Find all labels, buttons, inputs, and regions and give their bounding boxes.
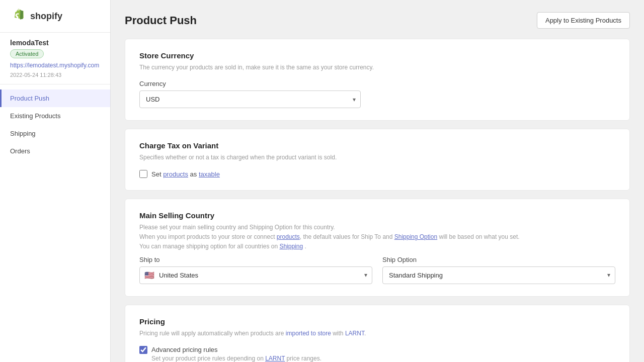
pricing-desc: Pricing rule will apply automatically wh…: [139, 329, 615, 338]
desc-line2-suf: will be based on what you set.: [437, 233, 519, 240]
nav-item-existing-products[interactable]: Existing Products: [0, 107, 110, 125]
main-selling-country-desc: Please set your main selling country and…: [139, 223, 615, 252]
advanced-pricing-label: Advanced pricing rules: [151, 346, 218, 353]
taxable-checkbox-label: Set products as taxable: [151, 170, 220, 178]
ship-option-field: Ship Option Standard Shipping Express Sh…: [382, 256, 615, 284]
pricing-title: Pricing: [139, 317, 615, 326]
app-name: shopify: [30, 11, 62, 22]
advanced-pricing-checkbox[interactable]: [139, 346, 147, 354]
ship-to-label: Ship to: [139, 256, 372, 263]
taxable-checkbox[interactable]: [139, 170, 147, 178]
currency-select-wrapper: USD EUR GBP CAD AUD ▾: [139, 90, 361, 108]
taxable-checkbox-row: Set products as taxable: [139, 170, 615, 178]
pricing-desc-suf: .: [364, 330, 366, 337]
account-name: lemodaTest: [10, 39, 100, 47]
ship-option-label: Ship Option: [382, 256, 615, 263]
page-header: Product Push Apply to Existing Products: [125, 12, 630, 29]
imported-link[interactable]: imported to store: [286, 330, 331, 337]
sidebar-nav: Product Push Existing Products Shipping …: [0, 84, 110, 165]
ship-fields: Ship to 🇺🇸 United States Canada United K…: [139, 256, 615, 284]
ship-option-select[interactable]: Standard Shipping Express Shipping Econo…: [382, 266, 615, 284]
main-selling-country-card: Main Selling Country Please set your mai…: [125, 199, 630, 297]
charge-tax-card: Charge Tax on Variant Specifies whether …: [125, 129, 630, 191]
activated-badge: Activated: [10, 49, 44, 58]
ship-to-field: Ship to 🇺🇸 United States Canada United K…: [139, 256, 372, 284]
advanced-pricing-row: Advanced pricing rules: [139, 346, 615, 354]
connect-products-link[interactable]: products: [277, 233, 300, 240]
nav-item-orders[interactable]: Orders: [0, 142, 110, 160]
charge-tax-desc: Specifies whether or not a tax is charge…: [139, 153, 615, 162]
pricing-desc-pre: Pricing rule will apply automatically wh…: [139, 330, 286, 337]
store-currency-card: Store Currency The currency your product…: [125, 39, 630, 121]
shipping-manage-link[interactable]: Shipping: [279, 243, 303, 250]
desc-line2-mid: , the default values for Ship To and: [300, 233, 394, 240]
charge-tax-title: Charge Tax on Variant: [139, 141, 615, 150]
shipping-option-link[interactable]: Shipping Option: [394, 233, 437, 240]
currency-select[interactable]: USD EUR GBP CAD AUD: [139, 90, 361, 108]
main-content: Product Push Apply to Existing Products …: [111, 0, 644, 362]
pricing-card: Pricing Pricing rule will apply automati…: [125, 305, 630, 362]
desc-line1: Please set your main selling country and…: [139, 224, 335, 231]
store-currency-desc: The currency your products are sold in, …: [139, 63, 615, 72]
desc-line3-suf: .: [303, 243, 306, 250]
pricing-desc-mid: with: [331, 330, 345, 337]
main-selling-country-title: Main Selling Country: [139, 211, 615, 220]
account-url-link[interactable]: https://lemodatest.myshopify.com: [10, 61, 100, 70]
taxable-link[interactable]: taxable: [199, 170, 220, 178]
nav-item-shipping[interactable]: Shipping: [0, 125, 110, 142]
desc-line2-pre: When you import products to your store o…: [139, 233, 277, 240]
larnt-sub-link[interactable]: LARNT: [265, 355, 285, 362]
store-currency-title: Store Currency: [139, 51, 615, 60]
apply-existing-products-button[interactable]: Apply to Existing Products: [537, 12, 630, 29]
currency-label: Currency: [139, 80, 615, 87]
desc-line3-pre: You can manage shipping option for all c…: [139, 243, 279, 250]
sidebar-logo: shopify: [0, 0, 110, 33]
products-link[interactable]: products: [163, 170, 188, 178]
nav-item-product-push[interactable]: Product Push: [0, 89, 110, 107]
account-info: lemodaTest Activated https://lemodatest.…: [0, 33, 110, 84]
shopify-logo-icon: [10, 8, 26, 24]
sidebar: shopify lemodaTest Activated https://lem…: [0, 0, 111, 362]
ship-option-select-wrapper: Standard Shipping Express Shipping Econo…: [382, 266, 615, 284]
advanced-pricing-sublabel: Set your product price rules depending o…: [151, 355, 615, 362]
ship-to-select[interactable]: United States Canada United Kingdom Aust…: [139, 266, 372, 284]
page-title: Product Push: [125, 14, 197, 27]
ship-to-select-wrapper: 🇺🇸 United States Canada United Kingdom A…: [139, 266, 372, 284]
account-date: 2022-05-24 11:28:43: [10, 72, 100, 78]
larnt-link[interactable]: LARNT: [345, 330, 364, 337]
